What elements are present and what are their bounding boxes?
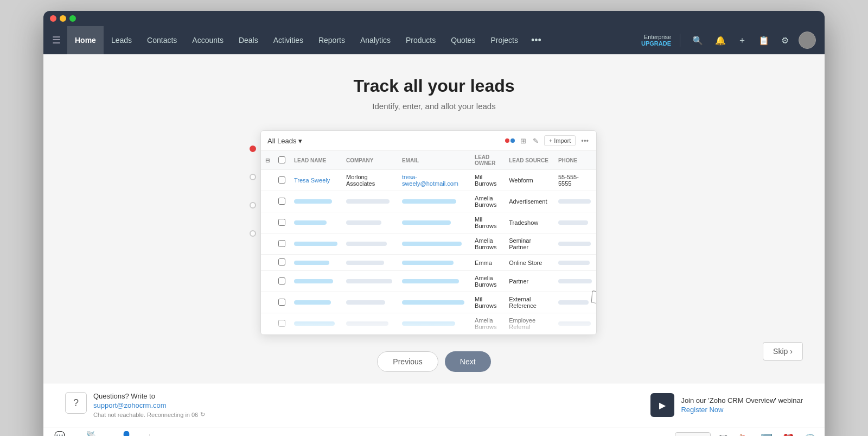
previous-button[interactable]: Previous [377,351,438,372]
filter-icon[interactable]: ⊞ [519,136,527,146]
nav-item-products[interactable]: Products [398,26,443,54]
maximize-button[interactable] [69,15,76,22]
row-checkbox [274,170,290,191]
crm-view-selector[interactable]: All Leads ▾ [267,137,302,145]
nav-item-activities[interactable]: Activities [266,26,311,54]
skip-button[interactable]: Skip › [763,342,803,361]
timeline-dot-1 [250,146,256,152]
leads-table: ⊟ LEAD NAME COMPANY EMAIL LEAD OWNER LEA… [261,151,596,334]
col-lead-owner: LEAD OWNER [470,151,505,170]
search-icon[interactable]: 🔍 [690,33,705,48]
table-row: Amelia Burrows Advertisement [261,191,596,212]
col-lead-name: LEAD NAME [290,151,342,170]
page-subtitle: Identify, enter, and allot your leads [372,102,495,111]
minimize-button[interactable] [60,15,66,22]
table-row: Amelia Burrows Partner [261,271,596,292]
crm-table-header: All Leads ▾ ⊞ ✎ + Import ••• [261,131,596,151]
enterprise-label: Enterprise [641,34,671,40]
blurred-name [294,199,332,204]
add-icon[interactable]: ＋ [736,33,749,48]
bottom-toolbar-icons: 🎮 🔖 🔤 ⏰ 🕐 [717,433,816,437]
navbar: ☰ Home Leads Contacts Accounts Deals Act… [43,26,825,54]
email-link[interactable]: tresa-sweely@hotmail.com [402,174,458,187]
divider [149,434,150,437]
bookmark-icon[interactable]: 🔖 [739,433,751,437]
crm-header-actions: ⊞ ✎ + Import ••• [505,135,590,146]
blurred-name [294,279,333,283]
page-title: Track all your leads [353,76,514,96]
col-checkbox: ⊟ [261,151,274,170]
blurred-name [294,300,331,305]
channels-icon: 📡 [86,431,97,437]
settings-icon[interactable]: ⚙ [779,33,791,48]
ask-zia-button[interactable]: Ask Zia [675,432,711,437]
col-lead-source: LEAD SOURCE [505,151,554,170]
nav-item-projects[interactable]: Projects [483,26,526,54]
refresh-icon: ↻ [200,411,205,418]
play-icon: ▶ [659,400,666,410]
color-filter-dots [505,138,515,143]
select-all-checkbox[interactable] [278,156,285,163]
import-button[interactable]: + Import [544,135,576,146]
nav-item-leads[interactable]: Leads [104,26,139,54]
close-button[interactable] [50,15,56,22]
table-row: Mil Burrows Tradeshow [261,212,596,233]
nav-item-contacts[interactable]: Contacts [139,26,184,54]
contacts-tab[interactable]: 👤 Contacts [114,431,138,437]
chat-info: Questions? Write to support@zohocrm.com … [93,392,205,418]
red-dot [505,138,509,143]
gamepad-icon[interactable]: 🎮 [717,433,729,437]
blurred-name [294,242,337,246]
more-options-icon[interactable]: ••• [580,136,590,146]
calendar-icon[interactable]: 📋 [756,33,771,48]
owner-cell: Mil Burrows [470,170,505,191]
tutorial-nav-buttons: Previous Next [377,351,490,372]
chat-email-link[interactable]: support@zohocrm.com [93,401,167,409]
more-menu-icon[interactable]: ••• [526,35,547,46]
chats-tab[interactable]: 💬 Chats [52,431,68,437]
table-row: Tresa Sweely Morlong Associates tresa-sw… [261,170,596,191]
chat-icon-box: ? [65,392,87,414]
traffic-lights [50,15,76,22]
translate-icon[interactable]: 🔤 [761,433,773,437]
clock-icon[interactable]: ⏰ [782,433,794,437]
nav-item-deals[interactable]: Deals [231,26,266,54]
row-expand [261,170,274,191]
nav-item-analytics[interactable]: Analytics [353,26,398,54]
col-company: COMPANY [342,151,398,170]
upgrade-button[interactable]: UPGRADE [641,40,671,47]
table-row: Mil Burrows External Reference [261,292,596,313]
nav-item-accounts[interactable]: Accounts [184,26,231,54]
col-email: EMAIL [398,151,470,170]
webinar-label: Join our 'Zoho CRM Overview' webinar [681,396,803,405]
nav-items: Home Leads Contacts Accounts Deals Activ… [67,26,641,54]
lead-name-link[interactable]: Tresa Sweely [294,177,330,184]
hamburger-menu-icon[interactable]: ☰ [52,34,61,46]
col-phone: PHONE [554,151,596,170]
register-link[interactable]: Register Now [681,406,723,414]
main-content: Track all your leads Identify, enter, an… [43,54,825,383]
edit-columns-icon[interactable]: ✎ [532,136,540,146]
history-icon[interactable]: 🕐 [804,433,816,437]
blurred-name [294,321,335,326]
avatar[interactable] [799,31,816,49]
channels-tab[interactable]: 📡 Channels [79,431,104,437]
blurred-name [294,220,327,225]
next-button[interactable]: Next [445,351,491,372]
notifications-icon[interactable]: 🔔 [713,33,728,48]
chat-label: Questions? Write to [93,392,155,400]
webinar-info: Join our 'Zoho CRM Overview' webinar Reg… [681,396,803,414]
chat-tabs: 💬 Chats 📡 Channels 👤 Contacts [52,431,138,437]
question-mark-icon: ? [73,397,79,409]
crm-table-wrapper: ⊟ LEAD NAME COMPANY EMAIL LEAD OWNER LEA… [261,151,596,334]
smart-chat-bar: 💬 Chats 📡 Channels 👤 Contacts Ask Zia 🎮 … [43,427,825,436]
nav-item-reports[interactable]: Reports [311,26,353,54]
play-button[interactable]: ▶ [650,393,674,417]
nav-item-quotes[interactable]: Quotes [443,26,483,54]
email-cell: tresa-sweely@hotmail.com [398,170,470,191]
nav-right: Enterprise UPGRADE 🔍 🔔 ＋ 📋 ⚙ [641,31,816,49]
chats-icon: 💬 [54,431,65,437]
nav-item-home[interactable]: Home [67,26,104,54]
timeline-dot-4 [250,230,256,237]
crm-preview: All Leads ▾ ⊞ ✎ + Import ••• [260,130,597,335]
